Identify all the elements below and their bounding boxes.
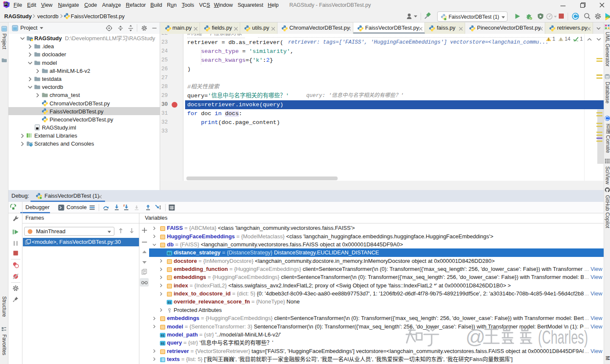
svg-text:@: @ bbox=[466, 326, 485, 348]
svg-text:(Charles): (Charles) bbox=[538, 327, 588, 347]
